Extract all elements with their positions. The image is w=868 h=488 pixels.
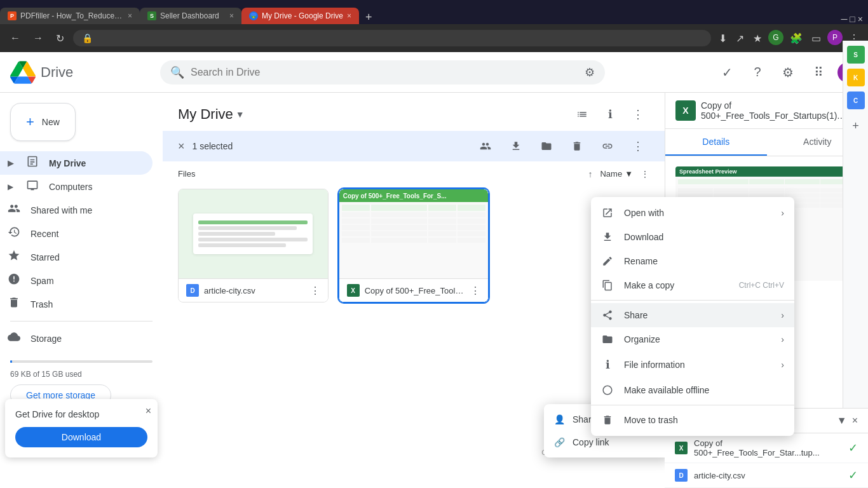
help-icon[interactable]: ? <box>746 61 769 84</box>
sidebar-toggle-icon[interactable]: ▭ <box>809 30 824 47</box>
navigation-bar: ← → ↻ 🔒 drive.google.com/drive/my-drive … <box>0 24 868 52</box>
sidebar-item-starred[interactable]: Starred <box>0 245 153 269</box>
apps-icon[interactable]: ⠿ <box>807 61 830 84</box>
forward-button[interactable]: → <box>29 30 47 46</box>
spam-icon <box>8 273 20 288</box>
address-bar[interactable]: 🔒 drive.google.com/drive/my-drive <box>73 30 711 46</box>
ctx-open-with[interactable]: Open with › <box>591 201 794 225</box>
notif-item-2: D article-city.csv ✓ <box>665 463 868 488</box>
starred-icon <box>8 249 20 265</box>
ctx-rename[interactable]: Rename <box>591 249 794 273</box>
bookmark-icon[interactable]: ★ <box>750 30 764 47</box>
ctx-make-copy[interactable]: Make a copy Ctrl+C Ctrl+V <box>591 273 794 297</box>
file-card-copy-500[interactable]: Copy of 500+_Free_Tools_For_S... <box>339 189 489 302</box>
tab-favicon-drive <box>249 11 258 20</box>
ctx-make-copy-label: Make a copy <box>624 280 729 290</box>
address-input[interactable]: drive.google.com/drive/my-drive <box>97 34 702 43</box>
sidebar-item-shared[interactable]: Shared with me <box>0 198 153 222</box>
drive-title-chevron: ▼ <box>236 109 245 119</box>
file-icon-copy-500: X <box>347 284 360 297</box>
tab-favicon-seller: S <box>147 11 156 20</box>
tab-close-pdffiller[interactable]: × <box>128 11 132 20</box>
file-icon-article-city: D <box>186 284 199 297</box>
ctx-move-trash-icon <box>601 414 614 426</box>
tab-seller[interactable]: S Seller Dashboard × <box>140 8 241 24</box>
share-page-icon[interactable]: ↗ <box>733 30 747 47</box>
more-options-button[interactable]: ⋮ <box>627 103 649 126</box>
back-button[interactable]: ← <box>6 30 24 46</box>
tab-drive[interactable]: My Drive - Google Drive × <box>241 8 359 24</box>
new-button[interactable]: + New <box>10 103 76 141</box>
more-selected-button[interactable]: ⋮ <box>627 135 649 158</box>
deselect-button[interactable]: × <box>178 140 185 153</box>
drive-logo-icon <box>10 60 36 85</box>
sort-button[interactable]: Name ▼ <box>595 166 638 181</box>
ctx-copy-link-label: Copy link <box>573 437 609 447</box>
lock-icon: 🔒 <box>82 33 93 43</box>
reload-button[interactable]: ↻ <box>52 30 68 47</box>
file-card-article-city[interactable]: D article-city.csv ⋮ <box>178 189 329 302</box>
calendar-icon[interactable]: C <box>847 93 865 109</box>
search-options-icon[interactable]: ⚙ <box>585 65 595 79</box>
ctx-open-with-icon <box>601 207 614 219</box>
move-selected-button[interactable] <box>535 135 558 158</box>
ctx-file-info[interactable]: ℹ File information › <box>591 351 794 378</box>
extension-icon-puzzle[interactable]: 🧩 <box>787 30 805 47</box>
computers-expand-icon: ▶ <box>8 182 13 191</box>
window-minimize[interactable]: ─ <box>841 14 847 24</box>
ctx-organize[interactable]: Organize › <box>591 327 794 351</box>
profile-icon[interactable]: P <box>827 30 843 45</box>
ctx-divider-2 <box>591 405 794 405</box>
window-close[interactable]: × <box>858 14 863 24</box>
search-icon: 🔍 <box>170 65 184 79</box>
right-panel-tabs: Details Activity <box>665 129 868 156</box>
sidebar-item-computers[interactable]: ▶ Computers <box>0 175 153 198</box>
add-sidebar-app-icon[interactable]: + <box>852 119 859 133</box>
ctx-move-trash[interactable]: Move to trash <box>591 408 794 432</box>
tab-close-drive[interactable]: × <box>347 11 351 20</box>
search-bar[interactable]: 🔍 ⚙ <box>160 60 605 85</box>
notifications-chevron[interactable]: ▼ <box>837 415 847 426</box>
sidebar-item-recent[interactable]: Recent <box>0 222 153 245</box>
window-maximize[interactable]: □ <box>850 14 855 24</box>
shared-label: Shared with me <box>31 205 92 215</box>
notifications-close[interactable]: × <box>852 415 858 426</box>
sort-up-icon: ↑ <box>588 169 592 179</box>
sidebar-item-spam[interactable]: Spam <box>0 269 153 292</box>
sidebar-item-my-drive[interactable]: ▶ My Drive <box>0 151 153 175</box>
ctx-open-with-arrow: › <box>781 208 784 218</box>
download-page-icon[interactable]: ⬇ <box>716 30 729 47</box>
starred-label: Starred <box>31 252 60 262</box>
popup-close-button[interactable]: × <box>146 405 151 417</box>
tab-pdffiller[interactable]: P PDFfiller - How_To_Reduce_the... × <box>0 8 140 24</box>
sidebar-item-storage[interactable]: Storage <box>0 327 153 350</box>
right-panel-file-icon: X <box>675 100 696 121</box>
file-footer-article-city: D article-city.csv ⋮ <box>179 278 328 302</box>
extension-icon-1[interactable]: G <box>768 30 783 45</box>
ctx-share[interactable]: Share › <box>591 303 794 327</box>
download-selected-button[interactable] <box>505 135 527 158</box>
ctx-offline[interactable]: Make available offline <box>591 378 794 402</box>
list-view-button[interactable] <box>571 103 593 126</box>
share-selected-button[interactable] <box>474 135 497 158</box>
ctx-download-icon <box>601 231 614 243</box>
settings-icon[interactable]: ⚙ <box>776 61 799 84</box>
ctx-share-icon <box>601 309 614 321</box>
drive-title[interactable]: My Drive ▼ <box>178 106 245 123</box>
ctx-make-copy-shortcut: Ctrl+C Ctrl+V <box>739 281 784 290</box>
new-tab-button[interactable]: + <box>359 11 379 24</box>
link-selected-button[interactable] <box>596 135 619 158</box>
info-button[interactable]: ℹ <box>599 103 621 126</box>
file-menu-copy-500[interactable]: ⋮ <box>470 285 480 297</box>
more-sort-options[interactable]: ⋮ <box>641 169 649 179</box>
sidebar-item-trash[interactable]: Trash <box>0 292 153 316</box>
search-input[interactable] <box>191 67 578 78</box>
tab-close-seller[interactable]: × <box>229 11 234 20</box>
tab-details[interactable]: Details <box>665 129 767 156</box>
delete-selected-button[interactable] <box>566 135 588 158</box>
file-menu-article-city[interactable]: ⋮ <box>310 285 320 297</box>
tab-bar: P PDFfiller - How_To_Reduce_the... × S S… <box>0 0 868 24</box>
drive-download-button[interactable]: Download <box>15 427 147 447</box>
ctx-download[interactable]: Download <box>591 225 794 249</box>
tasks-icon[interactable]: ✓ <box>715 61 738 84</box>
